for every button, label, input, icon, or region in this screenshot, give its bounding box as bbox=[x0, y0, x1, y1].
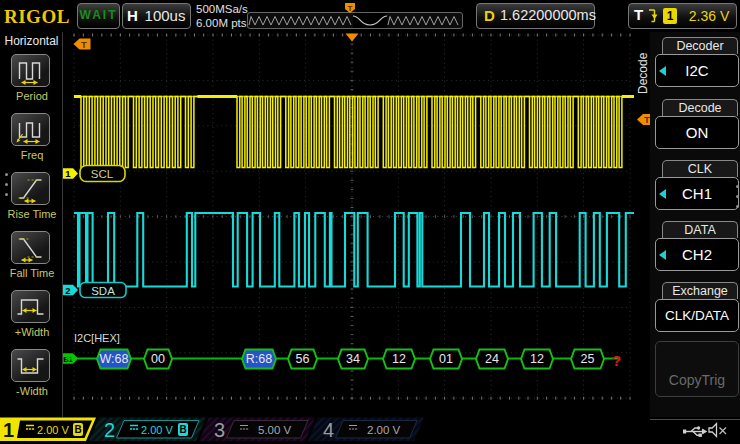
svg-text:W:68: W:68 bbox=[100, 352, 129, 366]
svg-text:34: 34 bbox=[346, 352, 360, 366]
svg-text:5.00 V: 5.00 V bbox=[258, 424, 292, 436]
svg-text:00: 00 bbox=[151, 352, 165, 366]
svg-text:12: 12 bbox=[530, 352, 544, 366]
svg-text:3: 3 bbox=[214, 419, 225, 441]
svg-text:1: 1 bbox=[3, 419, 14, 441]
svg-text:T: T bbox=[81, 39, 87, 50]
svg-text:R:68: R:68 bbox=[246, 352, 272, 366]
svg-text:12: 12 bbox=[392, 352, 406, 366]
svg-text:25: 25 bbox=[581, 352, 595, 366]
svg-text:B: B bbox=[179, 424, 186, 435]
svg-text:2: 2 bbox=[104, 419, 115, 441]
svg-text:4: 4 bbox=[323, 419, 334, 441]
svg-text:Decode: Decode bbox=[636, 52, 650, 94]
svg-text:01: 01 bbox=[439, 352, 453, 366]
svg-text:2.00 V: 2.00 V bbox=[141, 424, 173, 436]
svg-text:56: 56 bbox=[296, 352, 310, 366]
svg-text:B: B bbox=[74, 424, 81, 435]
svg-text:24: 24 bbox=[485, 352, 499, 366]
svg-text:?: ? bbox=[612, 352, 621, 369]
svg-text:2.00 V: 2.00 V bbox=[367, 424, 401, 436]
svg-text:SDA: SDA bbox=[91, 285, 115, 297]
svg-text:2.00 V: 2.00 V bbox=[37, 424, 69, 436]
svg-text:SCL: SCL bbox=[91, 168, 114, 180]
svg-text:I2C[HEX]: I2C[HEX] bbox=[74, 332, 120, 344]
svg-text:1: 1 bbox=[65, 168, 71, 179]
svg-text:2: 2 bbox=[65, 285, 70, 296]
